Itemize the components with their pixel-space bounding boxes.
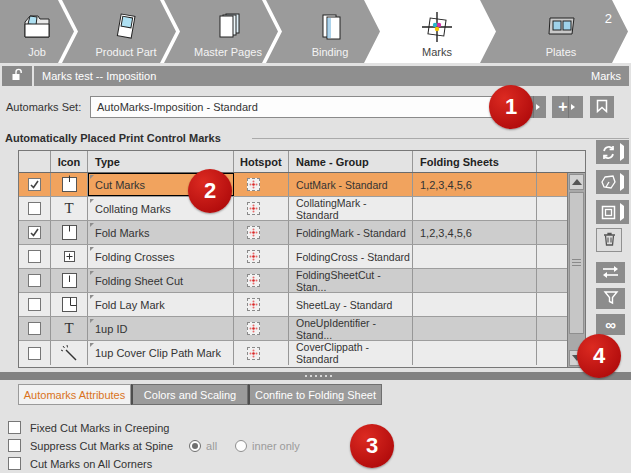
all-corners-checkbox[interactable] — [8, 457, 21, 470]
hotspot-icon[interactable] — [247, 347, 260, 360]
name-group-cell: FoldingCross - Standard — [289, 245, 413, 268]
folding-sheets-cell: 1,2,3,4,5,6 — [413, 221, 537, 244]
swap-arrows-icon — [601, 264, 620, 281]
automarks-set-field[interactable]: AutoMarks-Imposition - Standard — [90, 96, 506, 118]
sheet-cut-icon — [59, 270, 80, 291]
add-automarks-set-button[interactable]: + — [552, 96, 583, 118]
hotspot-icon[interactable] — [247, 226, 260, 239]
row-checkbox[interactable] — [28, 322, 41, 335]
tab-plates[interactable]: Plates 2 — [480, 0, 628, 63]
folding-sheets-cell — [413, 341, 537, 365]
name-group-cell: FoldingMark - Standard — [289, 221, 413, 244]
table-row-collating-marks[interactable]: T Collating Marks CollatingMark - Standa… — [19, 197, 585, 221]
fold-mark-icon — [59, 222, 80, 243]
annotation-badge-1: 1 — [489, 85, 533, 129]
tab-marks[interactable]: Marks — [368, 0, 492, 63]
add-set-dropdown-arrow[interactable] — [568, 96, 577, 118]
row-checkbox-checked[interactable] — [28, 178, 41, 191]
wizard-tab-bar: Job Product Part Master Pages Binding Ma… — [0, 0, 631, 63]
filter-marks-button[interactable] — [596, 288, 625, 309]
row-checkbox-checked[interactable] — [28, 226, 41, 239]
tab-product-part[interactable]: Product Part — [62, 0, 176, 63]
scrollbar-thumb[interactable] — [569, 192, 584, 334]
type-cell[interactable]: 1up ID — [88, 317, 234, 340]
refresh-dropdown-arrow[interactable] — [620, 146, 624, 158]
hotspot-icon[interactable] — [247, 178, 260, 191]
master-pages-icon — [211, 8, 245, 46]
type-cell[interactable]: 1up Cover Clip Path Mark — [88, 341, 234, 365]
tab-job[interactable]: Job — [0, 0, 74, 63]
type-cell[interactable]: Folding Sheet Cut — [88, 269, 234, 292]
tab-master-pages[interactable]: Master Pages — [164, 0, 278, 63]
row-checkbox[interactable] — [28, 274, 41, 287]
scroll-up-button[interactable] — [569, 174, 584, 190]
tab-colors-and-scaling[interactable]: Colors and Scaling — [131, 384, 248, 405]
mark-shape-dropdown-arrow[interactable] — [620, 176, 624, 188]
tab-label: Product Part — [95, 46, 156, 58]
option-cut-marks-all-corners: Cut Marks on All Corners — [8, 457, 152, 470]
row-checkbox[interactable] — [28, 347, 41, 360]
name-group-cell: CollatingMark - Standard — [289, 197, 413, 220]
table-row-1up-id[interactable]: T 1up ID OneUpIdentifier - Stand... — [19, 317, 585, 341]
tab-label: Master Pages — [194, 46, 262, 58]
save-automarks-set-button[interactable] — [590, 96, 614, 118]
annotation-badge-3: 3 — [350, 424, 394, 468]
header-checkbox-column — [19, 151, 51, 172]
hotspot-icon[interactable] — [247, 322, 260, 335]
product-part-icon — [110, 8, 142, 46]
hotspot-icon[interactable] — [247, 250, 260, 263]
name-group-cell: SheetLay - Standard — [289, 293, 413, 316]
type-cell[interactable]: Fold Marks — [88, 221, 234, 244]
row-checkbox[interactable] — [28, 202, 41, 215]
lock-button[interactable] — [2, 66, 32, 86]
radio-inner-only[interactable] — [235, 440, 247, 452]
folding-sheets-cell — [413, 269, 537, 292]
fixed-cut-marks-checkbox[interactable] — [8, 421, 21, 434]
refresh-marks-button[interactable] — [596, 140, 629, 164]
table-row-fold-lay-mark[interactable]: Fold Lay Mark SheetLay - Standard — [19, 293, 585, 317]
tab-label: Confine to Folding Sheet — [255, 389, 376, 401]
unlimited-marks-button[interactable]: ∞ — [596, 314, 625, 335]
radio-all[interactable] — [189, 440, 201, 452]
header-hotspot: Hotspot — [234, 151, 289, 172]
checkbox-label: Cut Marks on All Corners — [30, 458, 152, 470]
panel-splitter[interactable] — [0, 372, 631, 380]
tab-automarks-attributes[interactable]: Automarks Attributes — [18, 384, 131, 405]
mark-polygon-icon — [596, 170, 620, 194]
frame-dropdown-arrow[interactable] — [620, 206, 624, 218]
table-row-folding-sheet-cut[interactable]: Folding Sheet Cut FoldingSheetCut - Stan… — [19, 269, 585, 293]
tab-confine-to-folding-sheet[interactable]: Confine to Folding Sheet — [248, 384, 382, 405]
annotation-badge-2: 2 — [188, 169, 232, 213]
new-mark-frame-button[interactable] — [596, 200, 629, 224]
checkbox-label: Fixed Cut Marks in Creeping — [30, 422, 169, 434]
hotspot-icon[interactable] — [247, 298, 260, 311]
marks-register-icon — [420, 8, 454, 46]
delete-mark-button[interactable] — [596, 228, 622, 252]
type-cell[interactable]: Folding Crosses — [88, 245, 234, 268]
suppress-cut-marks-checkbox[interactable] — [8, 439, 21, 452]
swap-marks-button[interactable] — [596, 262, 625, 283]
table-row-cut-marks[interactable]: Cut Marks CutMark - Standard 1,2,3,4,5,6 — [19, 173, 585, 197]
checkbox-label: Suppress Cut Marks at Spine — [30, 440, 173, 452]
option-fixed-cut-marks: Fixed Cut Marks in Creeping — [8, 421, 169, 434]
row-checkbox[interactable] — [28, 250, 41, 263]
type-cell[interactable]: Fold Lay Mark — [88, 293, 234, 316]
header-filler — [537, 151, 579, 172]
tab-binding[interactable]: Binding — [266, 0, 380, 63]
table-row-folding-crosses[interactable]: Folding Crosses FoldingCross - Standard — [19, 245, 585, 269]
choose-set-dropdown-arrow[interactable] — [533, 96, 542, 118]
fold-lay-icon — [59, 294, 80, 315]
clip-path-icon — [59, 343, 80, 364]
hotspot-icon[interactable] — [247, 202, 260, 215]
hotspot-icon[interactable] — [247, 274, 260, 287]
name-group-cell: OneUpIdentifier - Stand... — [289, 317, 413, 340]
edit-mark-shape-button[interactable] — [596, 170, 629, 194]
table-row-1up-cover-clip-path[interactable]: 1up Cover Clip Path Mark CoverClippath -… — [19, 341, 585, 365]
tab-label: Automarks Attributes — [24, 389, 126, 401]
table-vertical-scrollbar[interactable] — [567, 173, 585, 367]
radio-inner-only-label: inner only — [252, 440, 300, 452]
table-row-fold-marks[interactable]: Fold Marks FoldingMark - Standard 1,2,3,… — [19, 221, 585, 245]
row-checkbox[interactable] — [28, 298, 41, 311]
tab-label: Colors and Scaling — [144, 389, 236, 401]
infinity-icon: ∞ — [605, 317, 616, 332]
